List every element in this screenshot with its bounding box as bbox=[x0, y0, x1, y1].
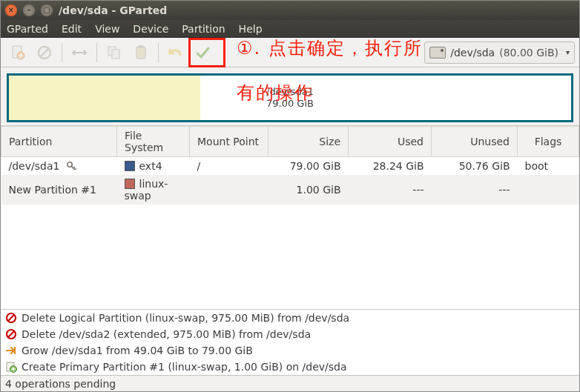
svg-line-12 bbox=[8, 331, 15, 338]
col-size[interactable]: Size bbox=[268, 127, 349, 157]
lock-icon bbox=[66, 161, 76, 171]
resize-button[interactable] bbox=[67, 40, 92, 65]
col-used[interactable]: Used bbox=[349, 127, 432, 157]
svg-rect-6 bbox=[136, 47, 145, 59]
device-size: (80.00 GiB) bbox=[499, 47, 558, 59]
status-text: 4 operations pending bbox=[5, 378, 116, 390]
undo-icon bbox=[168, 44, 184, 61]
fs-swatch bbox=[125, 179, 135, 189]
col-mount[interactable]: Mount Point bbox=[190, 127, 268, 157]
used-value: 28.24 GiB bbox=[349, 157, 432, 176]
size-value: 79.00 GiB bbox=[268, 157, 349, 176]
forbid-icon bbox=[5, 312, 17, 324]
col-filesystem[interactable]: File System bbox=[117, 127, 190, 157]
window-title: /dev/sda - GParted bbox=[59, 4, 167, 16]
operation-row[interactable]: Delete /dev/sda2 (extended, 975.00 MiB) … bbox=[1, 326, 579, 342]
grow-icon bbox=[5, 345, 17, 356]
chevron-down-icon: ▾ bbox=[566, 48, 570, 56]
flags-value bbox=[518, 175, 579, 205]
document-new-icon bbox=[10, 44, 26, 61]
col-partition[interactable]: Partition bbox=[1, 127, 117, 157]
disk-segment-free bbox=[200, 76, 571, 120]
svg-rect-7 bbox=[139, 45, 143, 48]
mount-point bbox=[190, 175, 268, 205]
unused-value: 50.76 GiB bbox=[432, 157, 518, 176]
flags-value: boot bbox=[518, 157, 579, 176]
svg-line-3 bbox=[40, 48, 49, 57]
menu-gparted[interactable]: GParted bbox=[7, 23, 48, 35]
new-partition-button[interactable] bbox=[5, 40, 30, 65]
table-row[interactable]: New Partition #1 linux-swap 1.00 GiB ---… bbox=[1, 175, 579, 205]
copy-icon bbox=[106, 44, 122, 61]
paste-icon bbox=[133, 44, 149, 61]
partition-name: New Partition #1 bbox=[9, 184, 96, 196]
status-bar: 4 operations pending bbox=[1, 375, 579, 391]
menu-edit[interactable]: Edit bbox=[62, 23, 82, 35]
undo-button[interactable] bbox=[163, 40, 188, 65]
table-row[interactable]: /dev/sda1 ext4 / 79.00 GiB 28.24 GiB 50.… bbox=[1, 157, 579, 176]
operation-text: Delete /dev/sda2 (extended, 975.00 MiB) … bbox=[22, 328, 311, 340]
disk-visual[interactable]: /dev/sda1 79.00 GiB bbox=[7, 73, 573, 122]
operation-text: Create Primary Partition #1 (linux-swap,… bbox=[22, 361, 347, 373]
pending-operations: Delete Logical Partition (linux-swap, 97… bbox=[1, 309, 579, 375]
operation-row[interactable]: Grow /dev/sda1 from 49.04 GiB to 79.00 G… bbox=[1, 342, 579, 359]
menubar: GParted Edit View Device Partition Help bbox=[1, 20, 579, 38]
table-header-row: Partition File System Mount Point Size U… bbox=[1, 127, 579, 157]
disk-visual-area: /dev/sda1 79.00 GiB bbox=[1, 67, 579, 125]
menu-view[interactable]: View bbox=[95, 23, 119, 35]
resize-icon bbox=[71, 44, 88, 61]
forbid-icon bbox=[5, 328, 17, 340]
window-close-button[interactable]: × bbox=[5, 4, 17, 16]
svg-rect-5 bbox=[112, 50, 119, 59]
operation-row[interactable]: Delete Logical Partition (linux-swap, 97… bbox=[1, 310, 579, 326]
forbid-icon bbox=[36, 44, 53, 61]
unused-value: --- bbox=[432, 175, 518, 205]
partition-name: /dev/sda1 bbox=[9, 160, 60, 172]
device-selector[interactable]: /dev/sda (80.00 GiB) ▾ bbox=[424, 41, 575, 64]
size-value: 1.00 GiB bbox=[268, 175, 349, 205]
menu-partition[interactable]: Partition bbox=[182, 23, 225, 35]
operation-text: Delete Logical Partition (linux-swap, 97… bbox=[22, 312, 349, 324]
mount-point: / bbox=[190, 157, 268, 176]
apply-button[interactable] bbox=[190, 40, 215, 65]
fs-swatch bbox=[125, 161, 135, 171]
device-label: /dev/sda bbox=[450, 47, 495, 59]
operation-text: Grow /dev/sda1 from 49.04 GiB to 79.00 G… bbox=[22, 345, 253, 356]
col-flags[interactable]: Flags bbox=[518, 127, 579, 157]
paste-button[interactable] bbox=[128, 40, 154, 65]
disk-segment-used bbox=[9, 76, 200, 120]
add-icon bbox=[5, 361, 17, 373]
operation-row[interactable]: Create Primary Partition #1 (linux-swap,… bbox=[1, 359, 579, 375]
delete-partition-button[interactable] bbox=[32, 40, 57, 65]
check-icon bbox=[194, 44, 211, 61]
svg-line-10 bbox=[8, 315, 15, 322]
partition-table-area: Partition File System Mount Point Size U… bbox=[1, 125, 579, 309]
partition-table: Partition File System Mount Point Size U… bbox=[1, 126, 579, 205]
fs-name: ext4 bbox=[139, 160, 162, 172]
titlebar: × – ▢ /dev/sda - GParted bbox=[1, 1, 579, 20]
disk-icon bbox=[429, 47, 446, 59]
copy-button[interactable] bbox=[102, 40, 127, 65]
menu-help[interactable]: Help bbox=[239, 23, 263, 35]
used-value: --- bbox=[349, 175, 432, 205]
window-minimize-button[interactable]: – bbox=[23, 4, 35, 16]
col-unused[interactable]: Unused bbox=[432, 127, 518, 157]
window-maximize-button[interactable]: ▢ bbox=[41, 4, 53, 16]
menu-device[interactable]: Device bbox=[133, 23, 168, 35]
toolbar: /dev/sda (80.00 GiB) ▾ bbox=[1, 38, 579, 67]
